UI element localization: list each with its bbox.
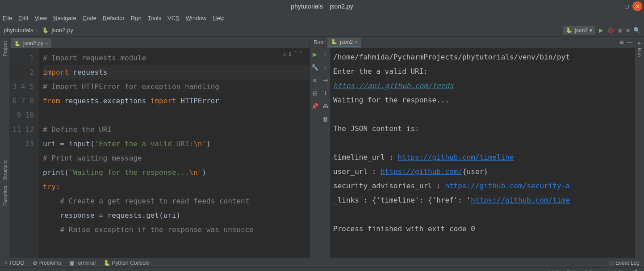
stop-button[interactable]: ■ (626, 27, 630, 34)
console-link-timeline[interactable]: https://github.com/timeline (398, 153, 514, 161)
debug-button[interactable]: 🐞 (607, 27, 614, 34)
console-link-feeds[interactable]: https://api.github.com/feeds (333, 81, 454, 90)
search-everywhere-icon[interactable]: 🔍 (633, 27, 640, 34)
up-icon[interactable]: ↑ (324, 51, 327, 58)
run-toolbar-1: ▶ 🔧 ■ ⊞ 📌 (310, 48, 320, 258)
breadcrumb-file[interactable]: json2.py (51, 27, 73, 34)
bottom-tool-tabs: ≡ TODO ⊘ Problems ▣ Terminal 🐍 Python Co… (0, 258, 644, 267)
left-tool-strip: Project Structure Favorites (0, 37, 10, 258)
trash-icon[interactable]: 🗑 (322, 116, 328, 123)
window-titlebar: phytutorials – json2.py — ▢ ✕ (0, 0, 644, 13)
warning-count: 2 (289, 51, 292, 57)
editor-tab-label: json2.py (23, 40, 43, 47)
structure-tool-tab[interactable]: Structure (2, 160, 8, 180)
stop-icon[interactable]: ■ (313, 77, 317, 84)
console-link-security[interactable]: https://github.com/security-a (445, 182, 569, 190)
favorites-tool-tab[interactable]: Favorites (2, 186, 8, 206)
console-output[interactable]: /home/fahmida/PycharmProjects/phytutoria… (330, 48, 635, 258)
hide-icon[interactable]: — (627, 39, 632, 46)
menu-code[interactable]: Code (83, 15, 96, 21)
todo-tab[interactable]: ≡ TODO (4, 260, 25, 266)
python-icon: 🐍 (331, 39, 337, 45)
python-file-icon: 🐍 (42, 27, 49, 33)
run-config-selector[interactable]: 🐍 json2 ▾ (563, 26, 595, 34)
expand-icon[interactable]: ▸ (638, 39, 641, 46)
breadcrumb: phytutorials 〉 🐍 json2.py (4, 26, 73, 34)
run-config-label: json2 (575, 27, 588, 34)
console-link-links[interactable]: https://github.com/time (471, 196, 570, 204)
coverage-button[interactable]: ◉ (618, 27, 623, 34)
run-button[interactable]: ▶ (599, 27, 603, 34)
event-log-tab[interactable]: ◌ Event Log (610, 260, 640, 266)
warning-icon: ⚠ (283, 51, 286, 57)
console-link-user[interactable]: https://github.com/ (381, 167, 462, 176)
menu-tools[interactable]: Tools (148, 15, 161, 21)
editor-tabs: 🐍 json2.py × (10, 37, 309, 48)
gear-icon[interactable]: ⚙ (619, 39, 624, 46)
run-tab-json2[interactable]: 🐍 json2 × (327, 38, 361, 47)
wrench-icon[interactable]: 🔧 (311, 64, 318, 71)
python-interpreter[interactable]: Python 3.8 (phytutorials) (567, 270, 625, 271)
python-icon: 🐍 (566, 27, 572, 33)
window-title: phytutorials – json2.py (291, 3, 353, 10)
menu-file[interactable]: File (3, 15, 12, 21)
menu-view[interactable]: View (34, 15, 47, 21)
navigation-bar: phytutorials 〉 🐍 json2.py 🐍 json2 ▾ ▶ 🐞 … (0, 24, 644, 37)
pin-icon[interactable]: 📌 (311, 103, 318, 110)
editor-pane: 🐍 json2.py × ⚠ 2 ˄ ˅ 1 2 3 4 5 6 7 8 9 1… (10, 37, 310, 258)
close-button[interactable]: ✕ (632, 1, 642, 11)
run-tab-label: json2 (340, 39, 353, 45)
run-toolbar-2: ↑ ↓ ⇥ ⤓ 🖶 🗑 (320, 48, 330, 258)
python-console-tab[interactable]: 🐍 Python Console (104, 260, 150, 266)
terminal-tab[interactable]: ▣ Terminal (69, 260, 96, 266)
menu-window[interactable]: Window (186, 15, 206, 21)
menu-bar: File Edit View Navigate Code Refactor Ru… (0, 13, 644, 24)
lock-icon[interactable]: 🔒 (633, 270, 640, 271)
close-icon[interactable]: × (45, 41, 48, 46)
project-tool-tab[interactable]: Project (2, 41, 8, 56)
toolbar-right: 🐍 json2 ▾ ▶ 🐞 ◉ ■ 🔍 (563, 26, 640, 34)
scroll-icon[interactable]: ⤓ (323, 90, 328, 97)
minimize-button[interactable]: — (611, 1, 621, 11)
menu-refactor[interactable]: Refactor (103, 15, 125, 21)
chevron-down-icon: ▾ (590, 27, 592, 34)
close-icon[interactable]: × (355, 39, 357, 45)
breadcrumb-separator: 〉 (35, 26, 41, 34)
chevron-down-icon: ˅ (300, 51, 302, 57)
print-icon[interactable]: 🖶 (322, 103, 328, 110)
status-bar: 14:1 Python 3.8 (phytutorials) 🔒 (0, 267, 644, 271)
chevron-up-icon: ˄ (294, 51, 297, 57)
menu-navigate[interactable]: Navigate (53, 15, 76, 21)
softwrap-icon[interactable]: ⇥ (323, 77, 328, 84)
run-tool-tab[interactable]: Run (637, 48, 642, 57)
line-gutter[interactable]: 1 2 3 4 5 6 7 8 9 10 11 12 13 (10, 48, 39, 258)
run-label: Run: (314, 39, 325, 46)
python-file-icon: 🐍 (14, 41, 21, 47)
menu-edit[interactable]: Edit (18, 15, 28, 21)
menu-run[interactable]: Run (131, 15, 142, 21)
menu-help[interactable]: Help (213, 15, 225, 21)
menu-vcs[interactable]: VCS (167, 15, 180, 21)
run-header: Run: 🐍 json2 × ⚙ — (310, 37, 635, 48)
maximize-button[interactable]: ▢ (622, 1, 631, 11)
rerun-icon[interactable]: ▶ (313, 51, 317, 58)
code-content[interactable]: # Import requests module import requests… (39, 48, 309, 258)
editor-tab-json2[interactable]: 🐍 json2.py × (11, 38, 51, 48)
run-tool-window: Run: 🐍 json2 × ⚙ — ▶ 🔧 ■ ⊞ 📌 ↑ ↓ ⇥ ⤓ (310, 37, 635, 258)
problems-tab[interactable]: ⊘ Problems (33, 260, 61, 266)
down-icon[interactable]: ↓ (324, 64, 327, 71)
inspection-badge[interactable]: ⚠ 2 ˄ ˅ (283, 51, 302, 57)
cursor-position[interactable]: 14:1 (548, 270, 559, 271)
breadcrumb-project[interactable]: phytutorials (4, 27, 33, 34)
right-tool-strip: ▸ Run (635, 37, 644, 258)
layout-icon[interactable]: ⊞ (313, 90, 318, 97)
code-editor[interactable]: ⚠ 2 ˄ ˅ 1 2 3 4 5 6 7 8 9 10 11 12 13 # … (10, 48, 309, 258)
